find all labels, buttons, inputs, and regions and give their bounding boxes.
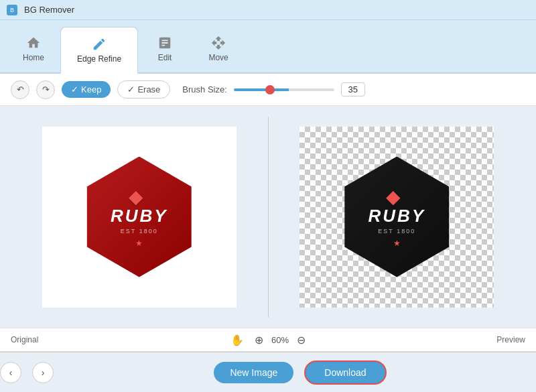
brush-size-label: Brush Size:	[182, 84, 226, 94]
undo-button[interactable]: ↶	[11, 80, 29, 99]
keep-checkmark-icon: ✓	[71, 84, 78, 94]
tab-edge-refine-label: Edge Refine	[77, 54, 121, 64]
main-canvas-area: RUBY EST 1800 ★ RUBY EST 1800 ★	[0, 106, 536, 328]
tab-edit-label: Edit	[158, 53, 172, 62]
star-icon: ★	[135, 239, 143, 248]
tab-move[interactable]: Move	[192, 25, 245, 72]
preview-ruby-logo: RUBY EST 1800 ★	[330, 150, 464, 284]
move-icon	[211, 36, 226, 50]
original-image-box[interactable]: RUBY EST 1800 ★	[42, 127, 237, 308]
tab-edit[interactable]: Edit	[138, 25, 192, 72]
nav-tabs: Home Edge Refine Edit Move	[0, 20, 536, 74]
toolbar: ↶ ↷ ✓ Keep ✓ Erase Brush Size: 35	[0, 74, 536, 106]
pan-button[interactable]: ✋	[228, 332, 247, 348]
original-label: Original	[11, 335, 228, 344]
preview-star-icon: ★	[393, 239, 401, 248]
app-icon: B	[7, 5, 17, 15]
app-title: BG Remover	[24, 5, 74, 15]
preview-panel: RUBY EST 1800 ★	[269, 117, 526, 317]
tab-edge-refine[interactable]: Edge Refine	[60, 27, 138, 74]
new-image-button[interactable]: New Image	[214, 362, 293, 383]
download-button[interactable]: Download	[304, 361, 386, 385]
preview-ruby-text: RUBY	[368, 206, 425, 226]
home-icon	[26, 36, 41, 50]
preview-label: Preview	[308, 335, 525, 344]
status-bar: Original ✋ ⊕ 60% ⊖ Preview	[0, 328, 536, 352]
erase-checkmark-icon: ✓	[127, 84, 135, 94]
keep-button[interactable]: ✓ Keep	[62, 81, 111, 98]
zoom-controls: ✋ ⊕ 60% ⊖	[228, 332, 308, 348]
zoom-in-button[interactable]: ⊕	[252, 332, 266, 348]
tab-home-label: Home	[23, 53, 44, 62]
zoom-level: 60%	[271, 335, 289, 345]
preview-image-box[interactable]: RUBY EST 1800 ★	[299, 127, 494, 308]
redo-button[interactable]: ↷	[36, 80, 55, 99]
bottom-bar: ‹ › New Image Download	[0, 352, 536, 392]
erase-button[interactable]: ✓ Erase	[117, 80, 170, 99]
keep-label: Keep	[81, 84, 101, 94]
erase-label: Erase	[137, 84, 160, 94]
zoom-out-button[interactable]: ⊖	[294, 332, 308, 348]
next-button[interactable]: ›	[32, 362, 54, 383]
brush-size-value: 35	[341, 82, 365, 96]
diamond-icon	[129, 186, 150, 202]
original-panel: RUBY EST 1800 ★	[11, 117, 268, 317]
preview-est-text: EST 1800	[378, 228, 415, 235]
brush-size-slider[interactable]	[234, 88, 334, 91]
title-bar: B BG Remover	[0, 0, 536, 20]
ruby-logo-content: RUBY EST 1800 ★	[72, 150, 206, 284]
tab-move-label: Move	[208, 53, 228, 62]
edit-icon	[157, 36, 172, 50]
original-ruby-logo: RUBY EST 1800 ★	[72, 150, 206, 284]
tab-home[interactable]: Home	[7, 25, 60, 72]
edge-refine-icon	[92, 37, 107, 52]
preview-ruby-logo-content: RUBY EST 1800 ★	[330, 150, 464, 284]
prev-button[interactable]: ‹	[0, 362, 21, 383]
est-text: EST 1800	[121, 228, 158, 235]
ruby-text: RUBY	[111, 206, 168, 226]
preview-diamond-icon	[386, 186, 407, 202]
